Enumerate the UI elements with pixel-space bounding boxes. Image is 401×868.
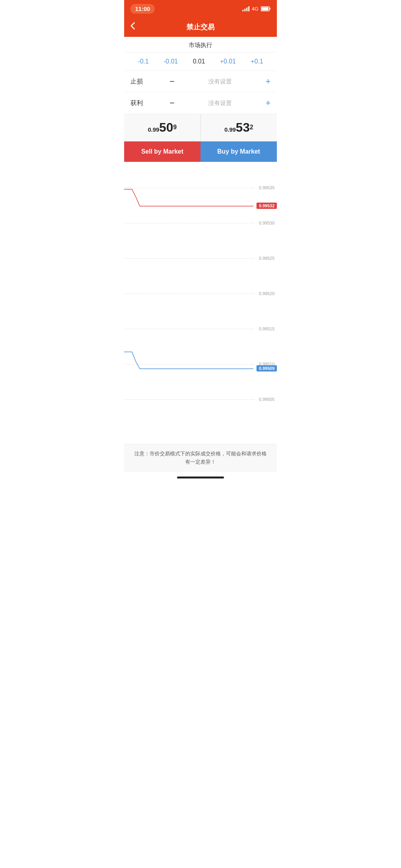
take-profit-plus[interactable]: + xyxy=(266,98,271,108)
network-label: 4G xyxy=(252,6,258,12)
signal-icon xyxy=(242,6,249,11)
current-bid-price: 0.99509 xyxy=(256,365,277,371)
battery-icon xyxy=(261,6,271,11)
adjust-0-01[interactable]: 0.01 xyxy=(193,58,205,65)
sell-price-cell: 0.99509 xyxy=(124,114,201,141)
take-profit-row: 获利 − 没有设置 + xyxy=(124,92,277,114)
chart-container: 0.99535 0.99530 0.99525 0.99520 0.99515 … xyxy=(124,166,277,440)
current-ask-price: 0.99532 xyxy=(256,203,277,209)
buy-by-market-button[interactable]: Buy by Market xyxy=(200,141,277,162)
stop-loss-plus[interactable]: + xyxy=(266,76,271,87)
take-profit-value: 没有设置 xyxy=(175,100,266,107)
svg-rect-2 xyxy=(270,8,271,10)
take-profit-label: 获利 xyxy=(130,99,154,107)
sell-price-prefix: 0.99 xyxy=(148,126,159,133)
bottom-notice-text: 注意：市价交易模式下的实际成交价格，可能会和请求价格有一定差异！ xyxy=(134,451,267,465)
stop-loss-value: 没有设置 xyxy=(175,78,266,85)
svg-rect-1 xyxy=(262,7,269,10)
take-profit-minus[interactable]: − xyxy=(170,98,175,108)
price-display: 0.99509 0.99532 xyxy=(124,114,277,141)
sell-by-market-button[interactable]: Sell by Market xyxy=(124,141,200,162)
status-right: 4G xyxy=(242,6,271,12)
stop-loss-label: 止损 xyxy=(130,78,154,86)
chart-area: 0.99535 0.99530 0.99525 0.99520 0.99515 … xyxy=(124,162,277,444)
bottom-notice: 注意：市价交易模式下的实际成交价格，可能会和请求价格有一定差异！ xyxy=(124,444,277,472)
home-indicator xyxy=(124,472,277,484)
chart-svg-blue xyxy=(124,166,277,440)
page-title: 禁止交易 xyxy=(186,22,215,32)
adjust-plus-0-1[interactable]: +0.1 xyxy=(251,58,263,65)
adjust-row: -0.1 -0.01 0.01 +0.01 +0.1 xyxy=(124,53,277,71)
buy-price-cell: 0.99532 xyxy=(201,114,277,141)
sell-price-main: 50 xyxy=(159,120,173,134)
home-bar xyxy=(177,477,224,478)
adjust-plus-0-01[interactable]: +0.01 xyxy=(220,58,236,65)
back-button[interactable] xyxy=(130,22,135,32)
buy-price-sup: 2 xyxy=(250,124,253,130)
adjust-minus-0-01[interactable]: -0.01 xyxy=(164,58,178,65)
sell-price-sup: 9 xyxy=(173,124,177,130)
status-bar: 11:00 4G xyxy=(124,0,277,17)
status-time: 11:00 xyxy=(130,4,155,14)
trade-buttons: Sell by Market Buy by Market xyxy=(124,141,277,162)
adjust-minus-0-1[interactable]: -0.1 xyxy=(138,58,149,65)
buy-price-main: 53 xyxy=(236,120,250,134)
nav-bar: 禁止交易 xyxy=(124,17,277,37)
stop-loss-minus[interactable]: − xyxy=(170,76,175,87)
buy-price-prefix: 0.99 xyxy=(224,126,236,133)
subtitle: 市场执行 xyxy=(124,37,277,53)
settings-section: 止损 − 没有设置 + 获利 − 没有设置 + xyxy=(124,71,277,114)
stop-loss-row: 止损 − 没有设置 + xyxy=(124,71,277,92)
